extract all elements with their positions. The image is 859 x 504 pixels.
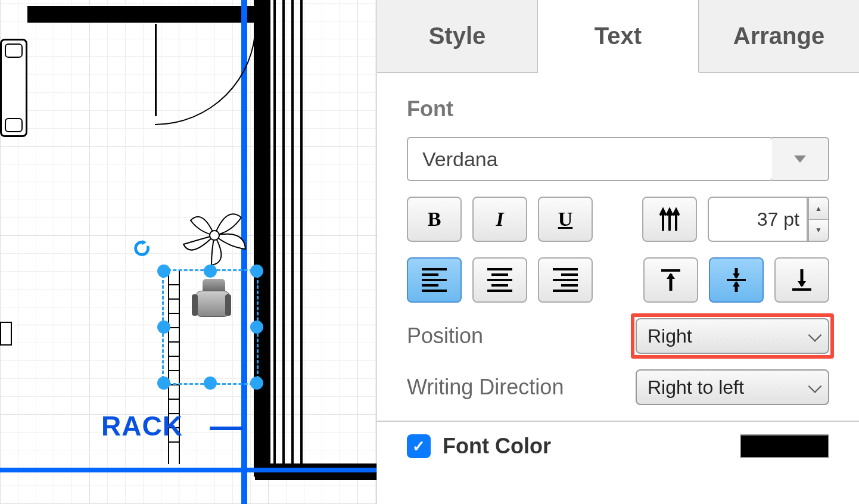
resize-handle-s[interactable] — [204, 377, 217, 390]
font-size-down-button[interactable]: ▼ — [809, 220, 828, 241]
shape-label-rack[interactable]: RACK — [101, 412, 183, 440]
wall-right — [254, 0, 270, 477]
bold-icon: B — [428, 208, 441, 231]
font-section-label: Font — [407, 97, 829, 122]
small-box-shape[interactable] — [0, 322, 12, 346]
svg-point-0 — [210, 231, 219, 240]
align-center-button[interactable] — [472, 257, 527, 303]
align-left-button[interactable] — [407, 257, 462, 303]
position-select[interactable]: Right — [636, 318, 829, 354]
italic-button[interactable]: I — [472, 197, 527, 242]
writing-direction-select[interactable]: Right to left — [636, 369, 829, 405]
resize-handle-sw[interactable] — [157, 377, 170, 390]
align-left-icon — [422, 268, 447, 292]
tab-text[interactable]: Text — [538, 0, 699, 73]
door-shape[interactable] — [155, 24, 256, 179]
font-family-select[interactable]: Verdana — [407, 137, 773, 181]
font-size-stepper: ▲ ▼ — [808, 197, 829, 242]
label-connector — [210, 427, 243, 430]
font-color-label: Font Color — [443, 434, 728, 459]
selection-box[interactable] — [162, 269, 259, 385]
resize-handle-ne[interactable] — [250, 265, 263, 278]
chevron-down-icon — [794, 155, 806, 163]
valign-bottom-button[interactable] — [774, 257, 829, 303]
align-right-icon — [553, 268, 578, 292]
sofa-shape[interactable] — [0, 39, 27, 137]
position-label: Position — [407, 323, 636, 349]
italic-icon: I — [496, 208, 503, 231]
align-center-icon — [487, 268, 512, 292]
font-color-checkbox[interactable]: ✓ — [407, 434, 431, 458]
panel-tabs: Style Text Arrange — [377, 0, 859, 73]
wall-stripe — [282, 0, 285, 477]
resize-handle-e[interactable] — [250, 321, 263, 334]
underline-button[interactable]: U — [538, 197, 593, 242]
bold-button[interactable]: B — [407, 197, 462, 242]
tab-arrange[interactable]: Arrange — [699, 0, 859, 73]
resize-handle-nw[interactable] — [157, 265, 170, 278]
plant-shape[interactable] — [179, 203, 250, 268]
format-panel: Style Text Arrange Font Verdana B I U — [376, 0, 859, 504]
resize-handle-w[interactable] — [157, 321, 170, 334]
valign-middle-icon — [724, 267, 748, 293]
wall-stripe — [300, 0, 303, 477]
font-size-up-button[interactable]: ▲ — [809, 198, 828, 220]
align-right-button[interactable] — [538, 257, 593, 303]
guide-horizontal — [0, 468, 376, 472]
canvas[interactable]: RACK — [0, 0, 376, 504]
resize-handle-n[interactable] — [204, 265, 217, 278]
font-size-input[interactable]: 37 pt — [708, 197, 808, 242]
valign-bottom-icon — [790, 267, 814, 293]
valign-top-button[interactable] — [643, 257, 698, 303]
valign-top-icon — [659, 267, 683, 293]
divider — [377, 421, 859, 422]
font-color-swatch[interactable] — [740, 434, 829, 458]
vertical-text-icon — [656, 206, 683, 232]
rotate-handle-icon[interactable] — [134, 240, 151, 261]
valign-middle-button[interactable] — [709, 257, 764, 303]
wall-stripe — [273, 0, 276, 477]
font-family-dropdown-button[interactable] — [772, 137, 829, 181]
tab-style[interactable]: Style — [377, 0, 538, 73]
resize-handle-se[interactable] — [250, 377, 263, 390]
wall-stripe — [291, 0, 294, 477]
vertical-text-button[interactable] — [642, 197, 697, 242]
writing-direction-label: Writing Direction — [407, 375, 636, 400]
wall-top — [27, 6, 266, 23]
underline-icon: U — [558, 208, 573, 231]
